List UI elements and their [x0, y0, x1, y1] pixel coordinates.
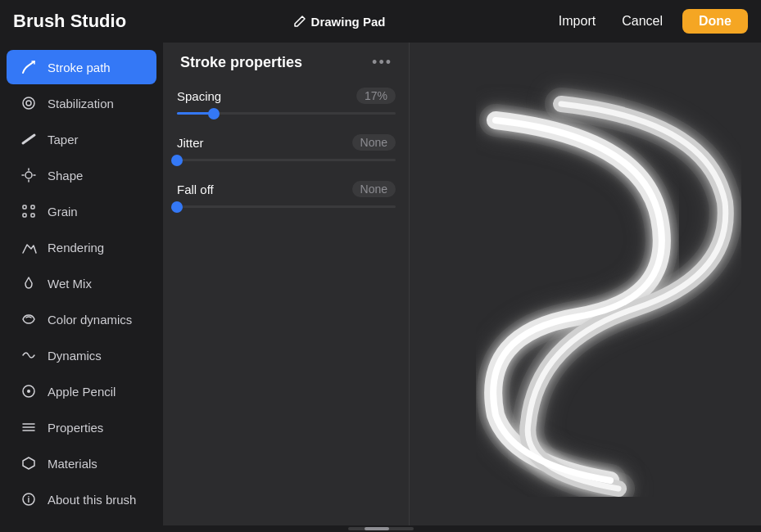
slider-track-jitter[interactable] [177, 159, 396, 161]
property-row-jitter: Jitter None [177, 134, 396, 161]
sidebar: Stroke path Stabilization Taper Shape Gr… [0, 43, 164, 525]
shape-icon [20, 166, 38, 184]
sidebar-item-color-dynamics[interactable]: Color dynamics [7, 302, 156, 336]
stabilization-icon [20, 94, 38, 112]
cancel-button[interactable]: Cancel [615, 11, 669, 32]
main-layout: Stroke path Stabilization Taper Shape Gr… [0, 43, 761, 525]
content-panel: Stroke properties ••• Spacing 17% Jitter… [164, 43, 410, 525]
scroll-thumb [365, 527, 389, 530]
svg-point-8 [27, 390, 30, 393]
taper-icon [20, 130, 38, 148]
sidebar-item-grain[interactable]: Grain [7, 194, 156, 228]
sidebar-item-rendering[interactable]: Rendering [7, 230, 156, 264]
sidebar-item-shape[interactable]: Shape [7, 158, 156, 192]
svg-point-0 [23, 97, 34, 109]
import-button[interactable]: Import [552, 11, 602, 32]
rendering-icon [20, 238, 38, 256]
property-label-row-jitter: Jitter None [177, 134, 396, 151]
property-value-fall-off: None [352, 181, 396, 197]
slider-thumb-jitter [171, 155, 183, 166]
canvas-inner [410, 43, 761, 525]
grain-icon [20, 202, 38, 220]
stroke-path-icon [20, 58, 38, 76]
sidebar-item-dynamics[interactable]: Dynamics [7, 338, 156, 372]
svg-rect-5 [23, 214, 26, 217]
property-label-fall-off: Fall off [177, 183, 214, 196]
svg-text:i: i [28, 495, 30, 504]
sidebar-item-label-about-brush: About this brush [48, 493, 136, 507]
content-panel-header: Stroke properties ••• [164, 43, 409, 81]
sidebar-item-about-brush[interactable]: i About this brush [7, 482, 156, 516]
edit-icon [293, 15, 306, 28]
properties-list: Spacing 17% Jitter None Fall off None [164, 81, 409, 214]
svg-rect-3 [23, 205, 26, 209]
sidebar-item-label-stroke-path: Stroke path [48, 61, 111, 74]
sidebar-item-label-dynamics: Dynamics [48, 349, 102, 363]
property-label-row-fall-off: Fall off None [177, 181, 396, 197]
sidebar-item-apple-pencil[interactable]: Apple Pencil [7, 374, 156, 408]
sidebar-item-label-stabilization: Stabilization [48, 97, 114, 110]
wet-mix-icon [20, 274, 38, 292]
sidebar-item-label-taper: Taper [48, 133, 79, 147]
more-button[interactable]: ••• [372, 54, 392, 71]
top-bar-right: Import Cancel Done [552, 9, 748, 34]
sidebar-item-stroke-path[interactable]: Stroke path [7, 50, 156, 84]
slider-track-spacing[interactable] [177, 112, 396, 115]
canvas-area[interactable] [410, 43, 761, 525]
sidebar-item-label-shape: Shape [48, 169, 83, 183]
sidebar-item-taper[interactable]: Taper [7, 122, 156, 156]
sidebar-item-materials[interactable]: Materials [7, 446, 156, 480]
property-label-row-spacing: Spacing 17% [177, 88, 396, 104]
about-brush-icon: i [20, 490, 38, 508]
sidebar-item-stabilization[interactable]: Stabilization [7, 86, 156, 120]
bottom-bar [0, 525, 761, 532]
sidebar-item-label-wet-mix: Wet Mix [48, 277, 92, 291]
drawing-pad-label: Drawing Pad [311, 15, 386, 29]
sidebar-item-wet-mix[interactable]: Wet Mix [7, 266, 156, 300]
app-title: Brush Studio [13, 11, 126, 32]
apple-pencil-icon [20, 382, 38, 400]
slider-thumb-fall-off [171, 201, 183, 213]
content-panel-title: Stroke properties [180, 54, 302, 71]
sidebar-item-label-properties: Properties [48, 421, 103, 435]
top-bar: Brush Studio Drawing Pad Import Cancel D… [0, 0, 761, 43]
sidebar-item-properties[interactable]: Properties [7, 410, 156, 444]
svg-rect-4 [31, 205, 34, 209]
slider-thumb-spacing [208, 108, 220, 119]
properties-icon [20, 418, 38, 436]
sidebar-item-label-rendering: Rendering [48, 241, 104, 255]
sidebar-item-label-grain: Grain [48, 205, 78, 219]
color-dynamics-icon [20, 310, 38, 328]
svg-marker-12 [23, 458, 34, 469]
slider-track-fall-off[interactable] [177, 205, 396, 208]
scroll-indicator [348, 527, 414, 530]
property-value-spacing: 17% [356, 88, 396, 104]
drawing-pad-button[interactable]: Drawing Pad [287, 11, 392, 32]
property-row-spacing: Spacing 17% [177, 88, 396, 115]
materials-icon [20, 454, 38, 472]
sidebar-item-label-materials: Materials [48, 457, 97, 471]
property-label-jitter: Jitter [177, 136, 204, 150]
sidebar-item-label-color-dynamics: Color dynamics [48, 313, 132, 327]
done-button[interactable]: Done [682, 9, 748, 34]
brush-stroke-svg [430, 71, 741, 497]
property-label-spacing: Spacing [177, 89, 221, 103]
property-value-jitter: None [352, 134, 396, 151]
top-bar-center: Drawing Pad [287, 11, 392, 32]
svg-point-2 [25, 172, 32, 178]
dynamics-icon [20, 346, 38, 364]
svg-point-1 [26, 101, 31, 106]
sidebar-item-label-apple-pencil: Apple Pencil [48, 385, 116, 399]
svg-rect-6 [31, 214, 34, 217]
property-row-fall-off: Fall off None [177, 181, 396, 208]
